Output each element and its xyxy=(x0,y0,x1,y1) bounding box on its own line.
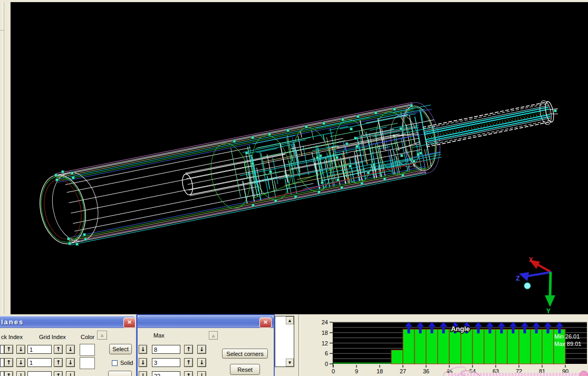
histogram-bar xyxy=(415,329,426,364)
spin-down-icon[interactable]: ↓ xyxy=(139,371,147,376)
max-down-icon[interactable]: ↓ xyxy=(197,345,206,354)
grid-index-field[interactable] xyxy=(27,371,52,376)
block-index-up-icon[interactable]: ↑ xyxy=(4,371,13,376)
block-index-down-icon[interactable]: ↓ xyxy=(16,345,25,354)
scroll-up-icon[interactable]: ▲ xyxy=(209,331,218,340)
y-tick-label: 0 xyxy=(325,361,328,367)
grid-index-up-icon[interactable]: ↑ xyxy=(54,345,63,354)
select-corners-button[interactable]: Select corners xyxy=(222,349,268,359)
x-tick-label: 27 xyxy=(400,368,406,374)
max-field[interactable]: 8 xyxy=(152,345,180,354)
grid-index-up-icon[interactable]: ↑ xyxy=(54,358,63,367)
max-annotation: Max 89.01 xyxy=(554,341,581,347)
histogram-bar xyxy=(542,329,554,364)
grid-index-field[interactable]: 1 xyxy=(27,358,52,367)
value-listbox[interactable]: ▲ ▼ xyxy=(275,316,294,367)
planes-dialog-titlebar[interactable]: lanes × xyxy=(0,316,135,328)
peak-arrow-icon xyxy=(477,326,480,333)
max-field[interactable]: 3 xyxy=(152,358,180,367)
3d-viewport[interactable]: XZY xyxy=(0,0,588,314)
max-up-icon[interactable]: ↑ xyxy=(184,371,193,376)
grid-index-up-icon[interactable]: ↑ xyxy=(54,371,63,376)
histogram-bar xyxy=(531,329,542,364)
panel-divider-highlight xyxy=(300,315,300,376)
grid-index-header: Grid Index xyxy=(39,334,66,340)
peak-arrow-icon xyxy=(408,326,410,333)
y-tick-label: 18 xyxy=(322,330,328,336)
max-down-icon[interactable]: ↓ xyxy=(197,371,206,376)
planes-dialog: lanes × ck Index Grid Index Color ▲ ↑ ↓ … xyxy=(0,315,137,376)
viewport-background xyxy=(11,2,588,314)
y-tick-label: 24 xyxy=(322,319,328,325)
background-window-swirl xyxy=(438,366,501,376)
max-down-icon[interactable]: ↓ xyxy=(197,358,206,367)
block-index-field[interactable] xyxy=(0,358,4,367)
spin-down-icon[interactable]: ↓ xyxy=(139,345,147,354)
peak-arrow-icon xyxy=(500,326,503,333)
panel-divider xyxy=(298,315,299,376)
histogram-bar xyxy=(426,329,438,364)
y-tick-label: 12 xyxy=(322,340,328,346)
y-tick-label: 6 xyxy=(325,350,328,356)
peak-arrow-icon xyxy=(512,326,515,333)
block-index-up-icon[interactable]: ↑ xyxy=(4,358,13,367)
histogram-bar xyxy=(438,329,449,364)
grid-index-down-icon[interactable]: ↓ xyxy=(66,345,75,354)
block-index-field[interactable] xyxy=(0,371,4,376)
peak-arrow-icon xyxy=(431,326,433,333)
histogram-bar xyxy=(519,329,531,364)
solid-checkbox-label: Solid xyxy=(120,360,133,366)
planes-dialog-title: lanes xyxy=(1,318,24,326)
x-tick-label: 36 xyxy=(423,368,429,374)
peak-arrow-icon xyxy=(535,326,538,333)
select-button[interactable]: Select xyxy=(109,344,132,354)
color-header: Color xyxy=(81,334,94,340)
max-dialog: × ↓ ↓ ↓ Max 8 ↑ ↓ 3 ↑ ↓ 22 ↑ ↓ ▲ Select … xyxy=(137,314,275,376)
grid-index-field[interactable]: 1 xyxy=(27,345,52,354)
max-header: Max xyxy=(153,332,165,339)
block-index-down-icon[interactable]: ↓ xyxy=(16,358,25,367)
block-index-field[interactable] xyxy=(0,345,4,354)
histogram-bar xyxy=(449,329,461,364)
axis-z-label: Z xyxy=(516,274,520,282)
close-icon[interactable]: × xyxy=(259,317,272,328)
scroll-down-icon[interactable]: ▼ xyxy=(286,359,294,367)
x-tick-label: 9 xyxy=(355,368,358,374)
min-annotation: Min 26.01 xyxy=(554,333,580,340)
background-window-ornament xyxy=(580,371,588,376)
peak-arrow-icon xyxy=(442,326,445,333)
reset-button[interactable]: Reset xyxy=(230,364,260,375)
peak-arrow-icon xyxy=(547,326,550,333)
x-tick-label: 18 xyxy=(377,368,383,374)
histogram-bar xyxy=(461,329,473,364)
x-tick-label: 0 xyxy=(332,368,335,374)
close-icon[interactable]: × xyxy=(123,317,136,328)
max-field[interactable]: 22 xyxy=(152,371,180,376)
block-index-down-icon[interactable]: ↓ xyxy=(16,371,25,376)
histogram-bar xyxy=(473,329,484,364)
color-swatch[interactable] xyxy=(80,357,95,369)
spin-down-icon[interactable]: ↓ xyxy=(139,358,147,367)
scroll-up-icon[interactable]: ▲ xyxy=(286,316,294,324)
peak-arrow-icon xyxy=(524,326,526,333)
max-dialog-titlebar[interactable]: × xyxy=(138,315,274,328)
block-index-header: ck Index xyxy=(1,334,23,340)
grid-index-down-icon[interactable]: ↓ xyxy=(66,371,75,376)
max-up-icon[interactable]: ↑ xyxy=(184,358,193,367)
color-swatch[interactable] xyxy=(80,344,95,356)
block-index-up-icon[interactable]: ↑ xyxy=(4,345,13,354)
scroll-up-icon[interactable]: ▲ xyxy=(97,331,107,340)
solid-checkbox[interactable] xyxy=(112,360,118,366)
application-window: XZY 0612182409182736455463728190AngleMin… xyxy=(0,0,588,376)
histogram-bar xyxy=(507,329,519,364)
axis-y-label: Y xyxy=(546,307,551,314)
chart-title: Angle xyxy=(451,325,470,333)
peak-arrow-icon xyxy=(419,326,422,333)
max-up-icon[interactable]: ↑ xyxy=(184,345,193,354)
axis-x-label: X xyxy=(529,256,533,264)
histogram-bar xyxy=(484,329,496,364)
grid-index-down-icon[interactable]: ↓ xyxy=(66,358,75,367)
peak-arrow-icon xyxy=(489,326,491,333)
histogram-bar xyxy=(391,350,403,364)
partial-button[interactable] xyxy=(108,371,132,376)
